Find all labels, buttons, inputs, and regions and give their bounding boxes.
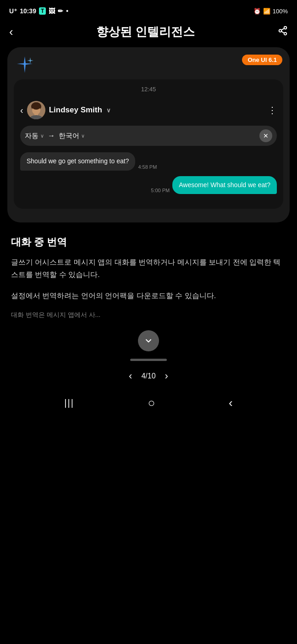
oneui-badge: One UI 6.1 (242, 55, 282, 65)
svg-line-4 (281, 28, 284, 30)
table-row: Should we go get something to eat? 4:58 … (20, 152, 277, 171)
share-button[interactable] (278, 26, 288, 39)
svg-marker-6 (27, 57, 33, 64)
edit-icon: ✏ (58, 7, 63, 15)
menu-button[interactable]: ||| (64, 398, 74, 408)
system-nav: ||| ○ ‹ (0, 389, 297, 415)
svg-point-10 (32, 102, 41, 110)
svg-line-3 (281, 31, 284, 33)
status-icons-right: ⏰ 📶 100% (253, 8, 288, 15)
page-count-label: 4/10 (141, 372, 155, 380)
page-title: 향상된 인텔리전스 (96, 24, 195, 40)
received-message: Should we go get something to eat? (20, 152, 135, 171)
message-time: 4:58 PM (138, 164, 157, 170)
home-button[interactable]: ○ (148, 396, 155, 410)
back-button[interactable]: ‹ (9, 25, 13, 39)
gallery-icon: 🖼 (49, 7, 55, 15)
chat-more-button[interactable]: ⋮ (268, 105, 277, 116)
next-page-button[interactable]: › (165, 370, 168, 382)
status-time: 10:39 (20, 7, 36, 15)
top-nav: ‹ 향상된 인텔리전스 (0, 20, 297, 47)
chat-header: ‹ Lindsey Smith ∨ (14, 97, 283, 124)
carrier-label: U⁺ (9, 7, 17, 15)
chat-back-button[interactable]: ‹ (20, 105, 23, 116)
to-lang-dropdown[interactable]: ∨ (81, 133, 85, 139)
message-time: 5:00 PM (151, 188, 170, 193)
content-paragraph-3: 대화 번역은 메시지 앱에서 사... (11, 311, 286, 319)
status-bar: U⁺ 10:39 T 🖼 ✏ • ⏰ 📶 100% (0, 0, 297, 20)
phone-mockup: One UI 6.1 12:45 ‹ (7, 47, 290, 222)
phone-screen: 12:45 ‹ Lindsey (14, 79, 283, 209)
avatar (27, 101, 45, 119)
content-title: 대화 중 번역 (11, 235, 286, 249)
name-dropdown-icon[interactable]: ∨ (106, 107, 111, 114)
translation-bar: 자동 ∨ → 한국어 ∨ ✕ (20, 126, 277, 146)
content-section: 대화 중 번역 글쓰기 어시스트로 메시지 앱의 대화를 번역하거나 메시지를 … (0, 222, 297, 327)
contact-name: Lindsey Smith ∨ (49, 105, 264, 115)
alarm-icon: ⏰ (253, 8, 261, 15)
talk-icon: T (39, 7, 46, 15)
page-indicator-bar (130, 359, 167, 361)
table-row: 5:00 PM Awesome! What should we eat? (20, 176, 277, 194)
chat-messages: Should we go get something to eat? 4:58 … (14, 152, 283, 194)
from-lang-dropdown[interactable]: ∨ (40, 133, 44, 139)
screen-time: 12:45 (14, 79, 283, 97)
translation-arrow-icon: → (48, 132, 55, 140)
prev-page-button[interactable]: ‹ (129, 370, 132, 382)
sent-message: Awesome! What should we eat? (172, 176, 277, 194)
dot-icon: • (66, 7, 68, 15)
translation-close-button[interactable]: ✕ (259, 129, 272, 142)
content-paragraph-2: 설정에서 번역하려는 언어의 언어팩을 다운로드할 수 있습니다. (11, 290, 286, 302)
battery-label: 100% (273, 8, 288, 15)
wifi-icon: 📶 (263, 8, 270, 15)
back-nav-button[interactable]: ‹ (229, 396, 233, 410)
from-language[interactable]: 자동 ∨ (25, 132, 44, 140)
status-left: U⁺ 10:39 T 🖼 ✏ • (9, 7, 68, 15)
scroll-down-button[interactable] (138, 330, 159, 351)
content-paragraph-1: 글쓰기 어시스트로 메시지 앱의 대화를 번역하거나 메시지를 보내기 전에 입… (11, 256, 286, 281)
sparkle-icon (16, 56, 34, 77)
to-language[interactable]: 한국어 ∨ (59, 132, 85, 140)
